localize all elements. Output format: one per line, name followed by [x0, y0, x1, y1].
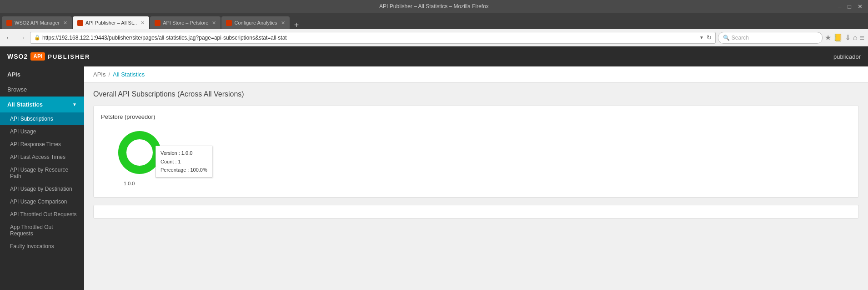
app-logo: WSO2 API PUBLISHER	[7, 52, 90, 61]
tab4-icon	[226, 20, 232, 26]
url-text: https://192.168.122.1:9443/publisher/sit…	[42, 35, 697, 41]
tab1-icon	[6, 20, 12, 26]
window-title: API Publisher – All Statistics – Mozilla…	[379, 3, 489, 10]
close-button[interactable]: ✕	[856, 3, 864, 10]
tooltip-count: Count : 1	[161, 158, 207, 166]
sidebar-item-api-subscriptions[interactable]: API Subscriptions	[0, 112, 84, 125]
breadcrumb-separator: /	[108, 71, 110, 78]
tab2-close[interactable]: ✕	[140, 20, 145, 26]
sidebar: APIs Browse All Statistics ▼ API Subscri…	[0, 66, 84, 290]
tab3-label: API Store – Petstore	[163, 20, 208, 25]
search-icon: 🔍	[723, 35, 730, 41]
page-title: Overall API Subscriptions (Across All Ve…	[93, 90, 859, 98]
logo-wso2: WSO2	[7, 53, 28, 60]
chart-card: Petstore (proveedor) Version : 1.0.0	[93, 106, 859, 198]
sidebar-item-apis[interactable]: APIs	[0, 66, 84, 82]
tab2-icon	[77, 20, 83, 26]
sidebar-item-api-usage-comparison[interactable]: API Usage Comparison	[0, 195, 84, 208]
tab-api-store-petstore[interactable]: API Store – Petstore ✕	[150, 16, 221, 29]
sidebar-item-browse[interactable]: Browse	[0, 82, 84, 97]
user-label: publicador	[833, 53, 861, 60]
breadcrumb: APIs / All Statistics	[84, 66, 868, 83]
forward-button[interactable]: →	[17, 33, 28, 43]
refresh-icon[interactable]: ↻	[707, 34, 712, 41]
logo-publisher: PUBLISHER	[48, 53, 90, 60]
tab2-label: API Publisher – All St...	[85, 20, 137, 25]
search-placeholder: Search	[732, 35, 749, 41]
minimize-button[interactable]: –	[836, 3, 843, 10]
url-bar[interactable]: 🔒 https://192.168.122.1:9443/publisher/s…	[30, 32, 716, 44]
svg-point-1	[122, 135, 157, 170]
tab-configure-analytics[interactable]: Configure Analytics ✕	[221, 16, 289, 29]
tooltip-percentage: Percentage : 100.0%	[161, 166, 207, 174]
search-bar[interactable]: 🔍 Search	[718, 32, 823, 44]
sidebar-item-api-usage-destination[interactable]: API Usage by Destination	[0, 183, 84, 195]
tab4-label: Configure Analytics	[234, 20, 277, 25]
tab-wso2-api-manager[interactable]: WSO2 API Manager ✕	[2, 16, 72, 29]
sidebar-item-app-throttled-out[interactable]: App Throttled Out Requests	[0, 221, 84, 240]
tab1-close[interactable]: ✕	[63, 20, 67, 26]
chevron-down-icon: ▼	[72, 102, 77, 107]
tab1-label: WSO2 API Manager	[15, 20, 60, 25]
dropdown-icon[interactable]: ▼	[699, 35, 704, 40]
maximize-button[interactable]: □	[846, 3, 853, 10]
new-tab-button[interactable]: +	[291, 21, 303, 29]
download-button[interactable]: ⇓	[845, 33, 851, 42]
bookmark-list-button[interactable]: 📒	[833, 33, 843, 42]
sidebar-item-api-response-times[interactable]: API Response Times	[0, 138, 84, 151]
version-label: 1.0.0	[124, 181, 851, 186]
menu-button[interactable]: ≡	[859, 34, 864, 42]
chart-tooltip: Version : 1.0.0 Count : 1 Percentage : 1…	[156, 146, 212, 178]
tooltip-version: Version : 1.0.0	[161, 149, 207, 158]
sidebar-item-faulty-invocations[interactable]: Faulty Invocations	[0, 240, 84, 253]
tab3-icon	[155, 20, 161, 26]
sidebar-item-api-usage-resource-path[interactable]: API Usage by Resource Path	[0, 163, 84, 183]
bottom-section	[93, 205, 859, 219]
back-button[interactable]: ←	[4, 33, 15, 43]
breadcrumb-current: All Statistics	[113, 71, 145, 78]
logo-api-badge: API	[30, 52, 45, 61]
tab3-close[interactable]: ✕	[212, 20, 216, 26]
bookmark-star-button[interactable]: ★	[825, 33, 831, 42]
sidebar-all-statistics[interactable]: All Statistics ▼	[0, 97, 84, 112]
sidebar-item-api-usage[interactable]: API Usage	[0, 125, 84, 138]
main-content: APIs / All Statistics Overall API Subscr…	[84, 66, 868, 290]
lock-icon: 🔒	[34, 35, 40, 41]
home-button[interactable]: ⌂	[853, 34, 858, 42]
tab4-close[interactable]: ✕	[281, 20, 285, 26]
sidebar-item-api-last-access[interactable]: API Last Access Times	[0, 151, 84, 163]
breadcrumb-apis-link[interactable]: APIs	[93, 71, 105, 78]
sidebar-item-api-throttled-out[interactable]: API Throttled Out Requests	[0, 208, 84, 221]
chart-label: Petstore (proveedor)	[101, 113, 851, 120]
tab-api-publisher-all-stats[interactable]: API Publisher – All St... ✕	[73, 16, 149, 29]
